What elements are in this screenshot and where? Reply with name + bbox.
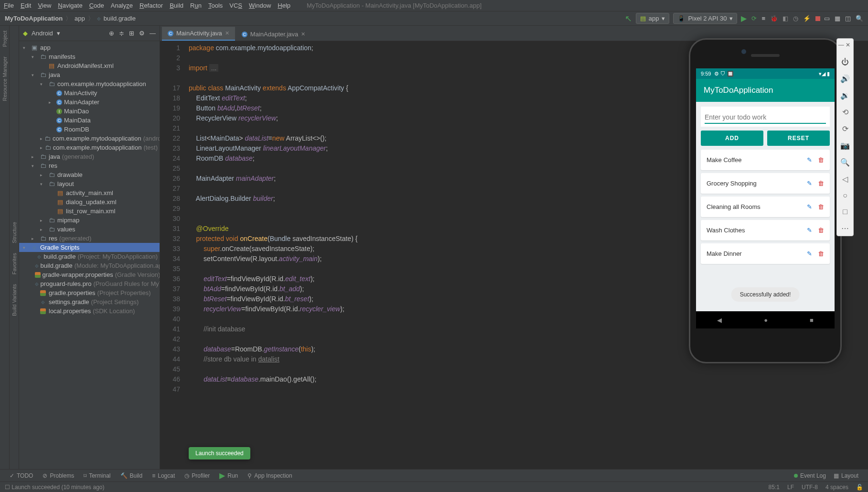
menu-vcs[interactable]: VCS <box>229 2 242 9</box>
stop-button[interactable] <box>815 16 820 21</box>
tree-item[interactable]: local.properties (SDK Location) <box>19 306 160 316</box>
back-key[interactable]: ◀ <box>717 317 722 324</box>
layout-inspector-icon[interactable]: ◫ <box>845 15 851 22</box>
tab-run[interactable]: ▶Run <box>219 471 238 480</box>
menu-refactor[interactable]: Refactor <box>139 2 163 9</box>
delete-icon[interactable]: 🗑 <box>818 250 824 257</box>
rail-project[interactable]: Project <box>2 31 8 47</box>
tree-item[interactable]: ▾🗀res <box>19 161 160 170</box>
tree-item[interactable]: ▸🗀res (generated) <box>19 234 160 243</box>
tab-mainactivity[interactable]: C MainActivity.java ✕ <box>162 27 235 41</box>
menu-run[interactable]: Run <box>190 2 202 9</box>
expand-icon[interactable]: ⊞ <box>129 30 134 37</box>
phone-screen[interactable]: 9:59 ⚙ ⛉ 🔲 ▾◢ ▮ MyToDoApplication ADD RE… <box>696 68 835 328</box>
volume-down-icon[interactable]: 🔉 <box>840 91 850 100</box>
tree-item[interactable]: ▸🗀mipmap <box>19 216 160 225</box>
todo-input[interactable] <box>705 111 826 124</box>
tree-item[interactable]: ▤dialog_update.xml <box>19 197 160 207</box>
tree-item[interactable]: ▾⟐Gradle Scripts <box>19 243 160 252</box>
menu-analyze[interactable]: Analyze <box>111 2 133 9</box>
tab-todo[interactable]: ✓TODO <box>10 472 33 479</box>
delete-icon[interactable]: 🗑 <box>818 227 824 234</box>
tree-item[interactable]: IMainDao <box>19 107 160 116</box>
menu-file[interactable]: File <box>4 2 14 9</box>
tree-item[interactable]: ▸🗀java (generated) <box>19 152 160 161</box>
breadcrumb-root[interactable]: MyToDoApplication <box>5 15 63 22</box>
event-log[interactable]: Event Log <box>794 472 826 479</box>
menu-edit[interactable]: Edit <box>21 2 31 9</box>
camera-icon[interactable]: 📷 <box>840 141 850 150</box>
overview-icon[interactable]: □ <box>843 208 847 216</box>
menu-navigate[interactable]: Navigate <box>58 2 82 9</box>
rail-resource-manager[interactable]: Resource Manager <box>2 56 8 101</box>
edit-icon[interactable]: ✎ <box>807 156 812 164</box>
tree-item[interactable]: ▤list_row_main.xml <box>19 207 160 216</box>
tree-item[interactable]: ▾🗀manifests <box>19 52 160 61</box>
project-tree[interactable]: ▾▣app▾🗀manifests ▤AndroidManifest.xml▾🗀j… <box>19 41 160 469</box>
menu-window[interactable]: Window <box>249 2 271 9</box>
caret-position[interactable]: 85:1 <box>769 484 780 491</box>
select-opened-file-icon[interactable]: ⊕ <box>109 30 114 37</box>
tab-mainadapter[interactable]: C MainAdapter.java ✕ <box>236 28 311 41</box>
sdk-manager-icon[interactable]: ▦ <box>835 15 840 22</box>
menu-view[interactable]: View <box>38 2 51 9</box>
tree-item[interactable]: ▸🗀com.example.mytodoapplication (test) <box>19 143 160 152</box>
tree-item[interactable]: ▸🗀drawable <box>19 170 160 179</box>
tree-item[interactable]: ▸🗀values <box>19 225 160 234</box>
home-key[interactable]: ● <box>764 317 768 324</box>
run-button[interactable]: ▶ <box>741 14 747 23</box>
breadcrumb-module[interactable]: app <box>75 15 85 22</box>
breadcrumb-file[interactable]: build.gradle <box>104 15 136 22</box>
tree-item[interactable]: ▾🗀layout <box>19 179 160 188</box>
tree-item[interactable]: gradle-wrapper.properties (Gradle Versio… <box>19 270 160 279</box>
coverage-icon[interactable]: ◧ <box>782 15 788 22</box>
device-dropdown[interactable]: 📱Pixel 2 API 30▾ <box>673 13 737 24</box>
line-separator[interactable]: LF <box>787 484 794 491</box>
tree-item[interactable]: ⟐build.gradle (Project: MyToDoApplicatio… <box>19 252 160 261</box>
tree-item[interactable]: ⟐build.gradle (Module: MyToDoApplication… <box>19 261 160 270</box>
rotate-right-icon[interactable]: ⟳ <box>842 124 848 133</box>
edit-icon[interactable]: ✎ <box>807 180 812 187</box>
run-config-dropdown[interactable]: ▤app▾ <box>636 13 670 24</box>
rail-structure[interactable]: Structure <box>11 222 17 243</box>
tree-item[interactable]: CMainData <box>19 116 160 125</box>
menu-tools[interactable]: Tools <box>208 2 223 9</box>
code-content[interactable]: package com.example.mytodoapplication; i… <box>189 41 357 469</box>
tab-logcat[interactable]: ≡Logcat <box>152 472 175 479</box>
back-icon[interactable]: ◁ <box>842 175 848 184</box>
tree-item[interactable]: ⟐proguard-rules.pro (ProGuard Rules for … <box>19 279 160 288</box>
search-icon[interactable]: 🔍 <box>856 15 863 22</box>
hide-icon[interactable]: — <box>150 30 156 37</box>
readonly-icon[interactable]: 🔓 <box>856 484 863 491</box>
tree-item[interactable]: CMainActivity <box>19 88 160 98</box>
add-button[interactable]: ADD <box>701 131 763 146</box>
reset-button[interactable]: RESET <box>767 131 830 146</box>
rail-build-variants[interactable]: Build Variants <box>11 284 17 316</box>
tree-item[interactable]: ▾🗀java <box>19 70 160 79</box>
tree-item[interactable]: ▾▣app <box>19 43 160 52</box>
debug-icon[interactable]: 🐞 <box>770 15 778 22</box>
home-icon[interactable]: ○ <box>843 191 847 200</box>
minimize-icon[interactable]: — ✕ <box>838 42 850 48</box>
recent-key[interactable]: ■ <box>810 317 814 324</box>
tree-item[interactable]: ▾🗀com.example.mytodoapplication <box>19 79 160 88</box>
zoom-icon[interactable]: 🔍 <box>840 158 850 167</box>
indent[interactable]: 4 spaces <box>825 484 848 491</box>
close-icon[interactable]: ✕ <box>301 31 305 37</box>
menu-build[interactable]: Build <box>170 2 183 9</box>
more-icon[interactable]: ⋯ <box>841 224 849 233</box>
menu-help[interactable]: Help <box>278 2 290 9</box>
file-encoding[interactable]: UTF-8 <box>802 484 818 491</box>
tree-view-label[interactable]: Android <box>32 30 53 37</box>
apply-code-icon[interactable]: ≡ <box>761 15 765 22</box>
volume-up-icon[interactable]: 🔊 <box>840 74 850 83</box>
tab-app-inspection[interactable]: ⚲App Inspection <box>247 472 292 479</box>
tree-item[interactable]: ▤AndroidManifest.xml <box>19 61 160 70</box>
tree-item[interactable]: gradle.properties (Project Properties) <box>19 288 160 297</box>
tree-item[interactable]: ⟐settings.gradle (Project Settings) <box>19 297 160 306</box>
profile-icon[interactable]: ◷ <box>793 15 798 22</box>
edit-icon[interactable]: ✎ <box>807 203 812 210</box>
tree-item[interactable]: ▸CMainAdapter <box>19 98 160 107</box>
tab-build[interactable]: 🔨Build <box>120 472 143 479</box>
tab-terminal[interactable]: ⌑Terminal <box>84 472 110 479</box>
